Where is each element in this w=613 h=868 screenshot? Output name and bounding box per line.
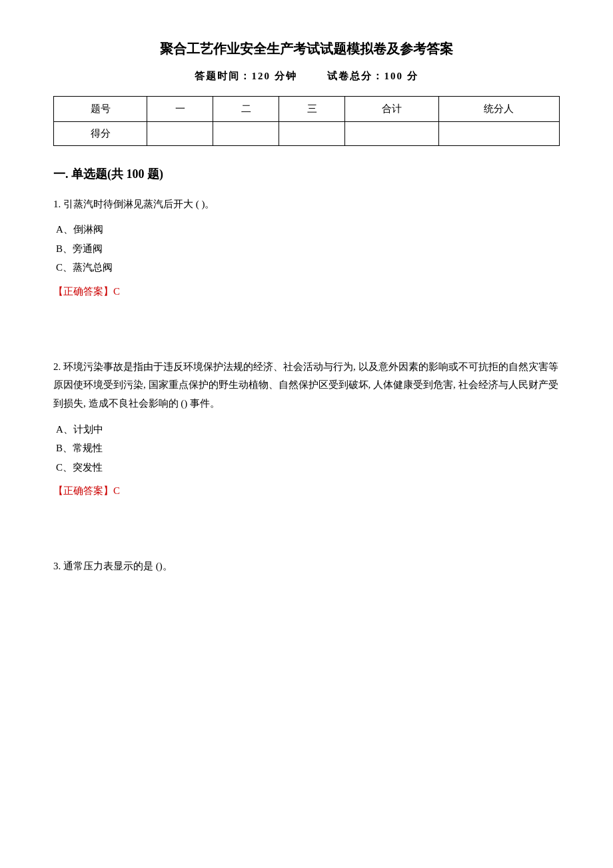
table-cell-1 — [147, 122, 213, 146]
table-header-2: 二 — [213, 97, 279, 122]
question-1: 1. 引蒸汽时待倒淋见蒸汽后开大 ( )。 A、倒淋阀 B、旁通阀 C、蒸汽总阀… — [53, 195, 560, 298]
question-2-option-c: C、突发性 — [53, 458, 560, 477]
table-row-label: 得分 — [54, 122, 147, 146]
table-cell-3 — [279, 122, 345, 146]
table-cell-total — [345, 122, 438, 146]
question-3-text: 3. 通常压力表显示的是 ()。 — [53, 557, 560, 575]
question-1-option-a: A、倒淋阀 — [53, 220, 560, 239]
table-header-3: 三 — [279, 97, 345, 122]
page-title: 聚合工艺作业安全生产考试试题模拟卷及参考答案 — [53, 40, 560, 58]
question-2-option-b: B、常规性 — [53, 439, 560, 458]
table-header-total: 合计 — [345, 97, 438, 122]
table-header-scorer: 统分人 — [438, 97, 560, 122]
question-2-text: 2. 环境污染事故是指由于违反环境保护法规的经济、社会活动与行为, 以及意外因素… — [53, 358, 560, 413]
section1-title: 一. 单选题(共 100 题) — [53, 166, 560, 182]
question-2-option-a: A、计划中 — [53, 420, 560, 439]
question-1-answer: 【正确答案】C — [53, 285, 560, 298]
subtitle-score: 试卷总分：100 分 — [327, 71, 418, 81]
table-header-num: 题号 — [54, 97, 147, 122]
question-1-option-c: C、蒸汽总阀 — [53, 258, 560, 277]
subtitle: 答题时间：120 分钟 试卷总分：100 分 — [53, 70, 560, 83]
table-cell-scorer — [438, 122, 560, 146]
question-1-option-b: B、旁通阀 — [53, 239, 560, 259]
question-2: 2. 环境污染事故是指由于违反环境保护法规的经济、社会活动与行为, 以及意外因素… — [53, 358, 560, 498]
table-header-1: 一 — [147, 97, 213, 122]
table-cell-2 — [213, 122, 279, 146]
question-3: 3. 通常压力表显示的是 ()。 — [53, 557, 560, 575]
score-table: 题号 一 二 三 合计 统分人 得分 — [53, 96, 560, 146]
question-1-text: 1. 引蒸汽时待倒淋见蒸汽后开大 ( )。 — [53, 195, 560, 213]
question-2-answer: 【正确答案】C — [53, 485, 560, 497]
subtitle-time: 答题时间：120 分钟 — [195, 71, 297, 81]
